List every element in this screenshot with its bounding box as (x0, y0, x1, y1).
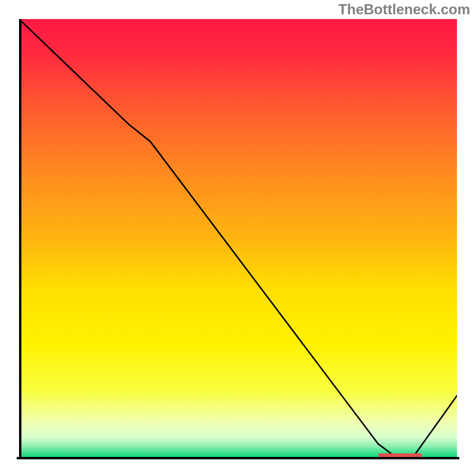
chart-container: TheBottleneck.com (0, 0, 476, 476)
x-axis (17, 457, 459, 459)
curve-line (19, 19, 457, 457)
plot-area (19, 19, 457, 457)
watermark-text: TheBottleneck.com (339, 1, 470, 18)
optimal-range-marker (378, 453, 422, 457)
